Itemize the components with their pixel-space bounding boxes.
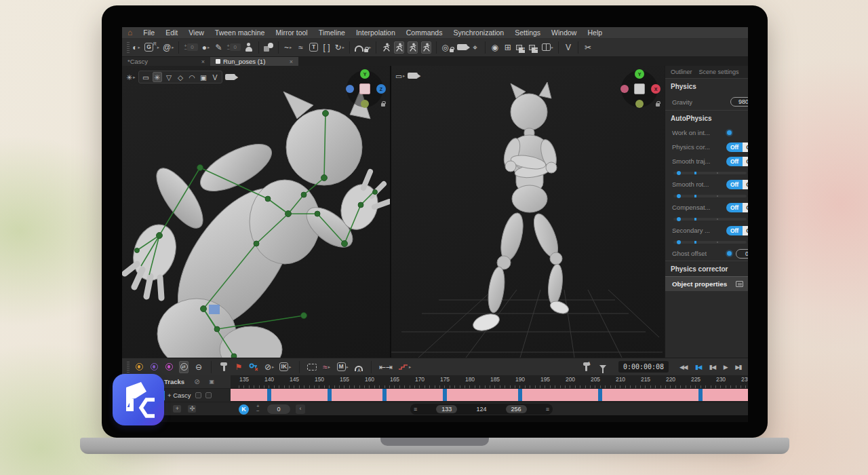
camera-select-icon[interactable]: ▸	[225, 72, 238, 82]
off-on-toggle[interactable]: OffOn	[726, 180, 748, 189]
value-stepper-b-icon[interactable]: +−0	[227, 41, 241, 54]
menu-commands[interactable]: Commands	[406, 28, 443, 37]
menu-mirror-tool[interactable]: Mirror tool	[275, 28, 307, 37]
spiral-view-icon[interactable]: ◉	[490, 41, 500, 54]
interval-arrows-icon[interactable]: ⇤⇥	[379, 361, 393, 373]
easel-view-icon[interactable]: ▭▸	[395, 71, 405, 81]
radio-indicator[interactable]	[727, 130, 732, 135]
frame-ruler[interactable]: 1351401451501551601651701751801851901952…	[231, 375, 748, 388]
off-on-toggle[interactable]: OffOn	[726, 226, 748, 235]
lock-icon[interactable]: ▣	[210, 379, 215, 385]
focus-frame-icon[interactable]: ⌖	[471, 41, 480, 54]
menu-interpolation[interactable]: Interpolation	[356, 28, 395, 37]
ball-tool-icon[interactable]: ●▸	[201, 41, 211, 54]
axis-ball[interactable]	[635, 100, 644, 108]
pin-auto-icon[interactable]: A	[583, 361, 593, 373]
axis-y-ball[interactable]: Y	[360, 69, 370, 79]
prev-key-button[interactable]: ▮◀	[695, 364, 701, 370]
cascadeur-v-icon[interactable]: V	[564, 41, 573, 54]
character-tool-icon[interactable]	[244, 41, 254, 54]
mirror-mode-icon[interactable]: M▸	[337, 361, 349, 373]
viewport-left[interactable]: ✳▸▭✳▽◇◠▣V▸ Y Z	[122, 66, 391, 358]
bones-mode-icon[interactable]: ✳▸	[126, 72, 136, 82]
tab-scene-settings[interactable]: Scene settings	[699, 69, 739, 75]
add-key-icon[interactable]: +	[173, 405, 181, 413]
tab-cascy[interactable]: *Cascy ×	[122, 57, 210, 66]
panel-grid-icon[interactable]	[736, 281, 743, 287]
keyframe-marker[interactable]	[698, 389, 703, 401]
menu-file[interactable]: File	[143, 28, 155, 37]
gizmo-lock-icon[interactable]	[381, 103, 385, 107]
menu-window[interactable]: Window	[551, 28, 576, 37]
keyframe-marker[interactable]	[443, 389, 447, 401]
gizmo-cube[interactable]	[634, 83, 645, 94]
grid-view-icon[interactable]: ⊞	[503, 41, 513, 54]
scene-globe-icon[interactable]: ◐▸	[132, 41, 141, 54]
camera-select-icon[interactable]: ▸	[408, 71, 420, 81]
flag-marker-icon[interactable]: ⚑	[234, 361, 243, 373]
remove-panel-icon[interactable]: −	[529, 41, 538, 54]
menu-timeline[interactable]: Timeline	[319, 28, 345, 37]
poly-view-icon[interactable]: ◇	[176, 72, 185, 82]
brackets-tool-icon[interactable]: [ ]	[322, 41, 332, 54]
prev-frame-button[interactable]: ▮◀	[709, 364, 715, 370]
pen-tool-icon[interactable]: ✎	[214, 41, 224, 54]
track-band[interactable]	[231, 388, 748, 402]
spiral-select-icon[interactable]: @▸	[163, 41, 174, 54]
tab-outliner[interactable]: Outliner	[671, 69, 692, 75]
split-view-icon[interactable]: ▸	[542, 41, 553, 54]
rotate-tool-icon[interactable]: ↻▸	[335, 41, 344, 54]
prop-slider[interactable]	[673, 214, 744, 223]
keyframe-band[interactable]	[231, 389, 748, 401]
gravity-field[interactable]: 980	[730, 97, 748, 107]
prop-field[interactable]: 0	[736, 249, 748, 259]
leaf-view-icon[interactable]: ◠	[187, 72, 197, 82]
axis-ball[interactable]	[361, 100, 369, 108]
audio-monitor-icon[interactable]	[354, 361, 363, 373]
back-button[interactable]: ‹	[296, 404, 305, 414]
delete-key-icon[interactable]	[249, 361, 259, 373]
viewport-right[interactable]: ▭▸▸ Y X	[391, 66, 665, 358]
keyframe-marker[interactable]	[518, 389, 522, 401]
ghost-circle-purple-icon[interactable]	[149, 361, 159, 373]
keyframe-marker[interactable]	[328, 389, 332, 401]
disable-mode-icon[interactable]: ⊘▸	[264, 361, 274, 373]
nav-gizmo-left[interactable]: Y Z	[347, 71, 383, 107]
play-button[interactable]: ▶	[724, 364, 727, 370]
off-on-toggle[interactable]: OffOn	[726, 142, 748, 152]
prop-slider[interactable]	[673, 191, 744, 200]
key-mode-badge[interactable]: K	[239, 404, 249, 415]
axis-x-ball[interactable]: X	[651, 84, 660, 94]
run-mode-2-icon[interactable]	[394, 41, 404, 54]
axis-z-ball[interactable]: Z	[376, 84, 386, 94]
range-end[interactable]: 256	[506, 405, 527, 413]
keyframe-marker[interactable]	[267, 389, 271, 401]
object-properties-header[interactable]: Object properties	[665, 276, 748, 291]
timeline-toolbar-grip[interactable]	[127, 362, 130, 373]
camera-tool-icon[interactable]	[457, 41, 467, 54]
move-key-icon[interactable]: ✣	[188, 405, 196, 413]
menu-tween-machine[interactable]: Tween machine	[215, 28, 265, 37]
gizmo-lock-icon[interactable]	[656, 103, 660, 107]
gizmo-cube[interactable]	[359, 83, 370, 94]
track-checkbox-1[interactable]	[195, 392, 201, 398]
bones-view-icon[interactable]: ✳	[153, 72, 162, 82]
run-mode-3-icon[interactable]	[408, 41, 418, 54]
trajectory-tool-icon[interactable]: ~▸	[283, 41, 293, 54]
add-panel-icon[interactable]: +	[516, 41, 526, 54]
pivot-target-icon[interactable]: ◎	[441, 41, 453, 54]
range-handle-right-icon[interactable]: ≡	[546, 406, 549, 413]
ghost-circle-orange-icon[interactable]	[134, 361, 144, 373]
home-icon[interactable]: ⌂	[127, 29, 132, 36]
step-interpolation-icon[interactable]: ▸	[398, 361, 411, 373]
prop-slider[interactable]	[673, 168, 744, 177]
triangle-view-icon[interactable]: ▽	[164, 72, 174, 82]
menu-synchronization[interactable]: Synchronization	[453, 28, 504, 37]
motion-wave-icon[interactable]: ≈▸	[322, 361, 332, 373]
close-icon[interactable]: ×	[290, 58, 293, 65]
run-mode-1-icon[interactable]	[381, 41, 391, 54]
filter-funnel-icon[interactable]	[598, 361, 608, 373]
group-mode-icon[interactable]: GR▸	[144, 41, 159, 54]
radio-indicator[interactable]	[727, 251, 732, 256]
tab-run-poses[interactable]: Run_poses (1) ×	[210, 57, 298, 66]
